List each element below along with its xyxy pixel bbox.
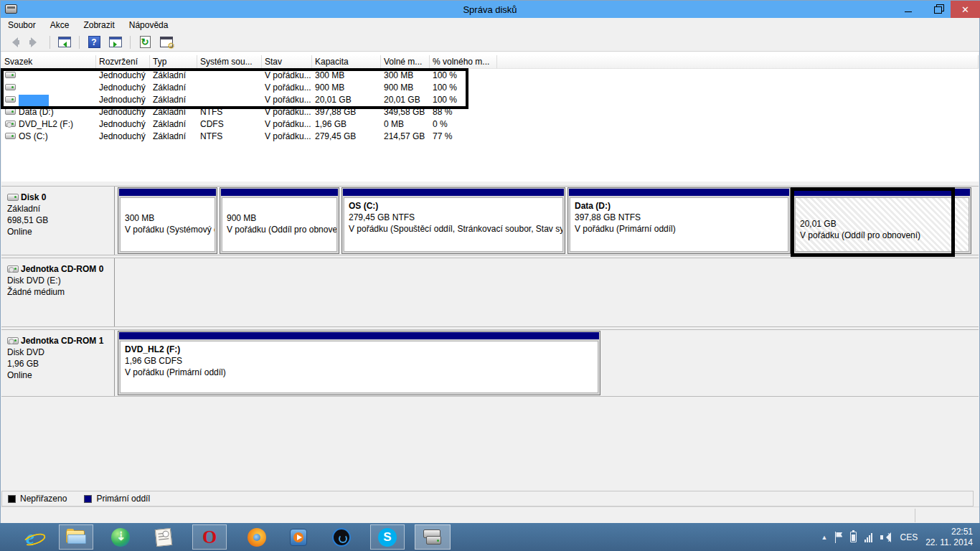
column-volne-misto[interactable]: Volné m... <box>381 55 430 69</box>
titlebar: Správa disků ✕ <box>1 1 979 18</box>
help-button[interactable]: ? <box>85 34 103 50</box>
notes-icon <box>155 527 172 546</box>
taskbar-opera[interactable]: O <box>192 524 227 550</box>
disk-properties-button[interactable] <box>158 34 175 50</box>
forward-button[interactable] <box>27 34 44 50</box>
taskbar-internet-explorer[interactable]: e <box>16 524 44 550</box>
partition-size: 279,45 GB NTFS <box>349 212 558 223</box>
disk-size: 1,96 GB <box>7 358 114 369</box>
menu-napoveda[interactable]: Nápověda <box>122 18 176 33</box>
opera-icon: O <box>202 528 217 547</box>
primary-partition-stripe <box>569 189 789 196</box>
partition-size: 1,96 GB CDFS <box>125 355 593 367</box>
cdrom-0-row: Jednotka CD-ROM 0 Disk DVD (E:) Žádné mé… <box>1 258 979 327</box>
taskbar-media-app[interactable] <box>327 524 356 550</box>
menu-soubor[interactable]: Soubor <box>1 18 43 33</box>
disk-0-info[interactable]: Disk 0 Základní 698,51 GB Online <box>1 187 115 255</box>
partition-size: 20,01 GB <box>800 218 964 230</box>
status-bar <box>1 507 979 523</box>
primary-partition-stripe <box>119 189 216 196</box>
partition-status: V pořádku (Spouštěcí oddíl, Stránkovací … <box>349 223 558 235</box>
volume-type: Základní <box>150 107 197 117</box>
volume-type: Základní <box>150 119 197 129</box>
menu-akce[interactable]: Akce <box>43 18 77 33</box>
taskbar-notes-app[interactable] <box>149 524 178 550</box>
disk-0-row: Disk 0 Základní 698,51 GB Online 300 MB … <box>1 186 979 255</box>
partition-status: V pořádku (Oddíl pro obnovení) <box>800 230 964 241</box>
network-signal-icon[interactable] <box>864 532 872 542</box>
volume-icon <box>5 133 16 139</box>
disk-type: Disk DVD (E:) <box>7 275 114 286</box>
column-svazek[interactable]: Svazek <box>1 55 96 69</box>
partition-recovery-20gb[interactable]: 20,01 GB V pořádku (Oddíl pro obnovení) <box>793 187 971 254</box>
volume-percent-free: 88 % <box>430 107 497 117</box>
taskbar-firefox[interactable] <box>242 524 271 550</box>
firefox-icon <box>248 528 266 547</box>
disk-title: Disk 0 <box>21 192 46 203</box>
table-row[interactable]: OS (C:) Jednoduchý Základní NTFS V pořád… <box>1 130 979 142</box>
volume-free: 0 MB <box>381 119 430 129</box>
legend-label-unallocated: Nepřiřazeno <box>20 494 67 504</box>
partition-data-d[interactable]: Data (D:) 397,88 GB NTFS V pořádku (Prim… <box>567 187 791 254</box>
volume-name: DVD_HL2 (F:) <box>19 119 73 129</box>
partition-recovery-900mb[interactable]: 900 MB V pořádku (Oddíl pro obnove <box>220 187 339 254</box>
back-arrow-icon <box>6 37 21 47</box>
volume-layout: Jednoduchý <box>96 95 150 105</box>
taskbar-skype[interactable]: S <box>370 524 405 550</box>
language-indicator[interactable]: CES <box>900 532 918 542</box>
battery-icon[interactable] <box>850 532 857 542</box>
column-typ[interactable]: Typ <box>150 55 197 69</box>
cdrom-icon <box>7 265 19 273</box>
primary-partition-stripe <box>119 332 599 339</box>
back-button[interactable] <box>5 34 22 50</box>
volume-layout: Jednoduchý <box>96 131 150 141</box>
volume-name: Data (D:) <box>19 107 54 117</box>
volume-layout: Jednoduchý <box>96 70 150 80</box>
column-rozvrzeni[interactable]: Rozvržení <box>96 55 150 69</box>
action-center-flag-icon[interactable] <box>835 532 842 543</box>
restore-button[interactable] <box>925 1 949 18</box>
menu-zobrazit[interactable]: Zobrazit <box>76 18 121 33</box>
partition-os-c[interactable]: OS (C:) 279,45 GB NTFS V pořádku (Spoušt… <box>341 187 565 254</box>
table-row[interactable]: DVD_HL2 (F:) Jednoduchý Základní CDFS V … <box>1 118 979 130</box>
refresh-button[interactable]: ↻ <box>136 34 154 50</box>
volume-free: 214,57 GB <box>381 131 430 141</box>
volume-free: 349,58 GB <box>381 107 430 117</box>
column-stav[interactable]: Stav <box>262 55 312 69</box>
taskbar-download-manager[interactable] <box>106 524 135 550</box>
skype-icon: S <box>378 528 397 547</box>
partition-size: 300 MB <box>125 212 210 224</box>
column-procento-volneho[interactable]: % volného m... <box>430 55 497 69</box>
status-bar-divider <box>915 509 915 522</box>
disk-title: Jednotka CD-ROM 1 <box>21 335 103 347</box>
internet-explorer-icon: e <box>26 528 34 547</box>
media-player-icon <box>290 529 307 546</box>
table-row[interactable]: Jednoduchý Základní V pořádku... 900 MB … <box>1 81 979 93</box>
partition-system[interactable]: 300 MB V pořádku (Systémový c <box>118 187 217 254</box>
file-explorer-icon <box>66 530 86 545</box>
column-kapacita[interactable]: Kapacita <box>312 55 381 69</box>
toolbar: ? ↻ <box>1 33 979 52</box>
disk-properties-icon <box>160 37 173 47</box>
show-hidden-icons-chevron[interactable]: ▲ <box>821 534 828 541</box>
cdrom-1-row: Jednotka CD-ROM 1 Disk DVD 1,96 GB Onlin… <box>1 329 979 397</box>
cdrom-0-info[interactable]: Jednotka CD-ROM 0 Disk DVD (E:) Žádné mé… <box>1 258 115 326</box>
taskbar-file-explorer[interactable] <box>59 524 93 550</box>
table-row[interactable]: Jednoduchý Základní V pořádku... 300 MB … <box>1 69 979 81</box>
table-row[interactable]: Jednoduchý Základní V pořádku... 20,01 G… <box>1 93 979 105</box>
console-tree-button[interactable] <box>56 34 73 50</box>
volume-icon[interactable]: ) <box>880 532 892 542</box>
column-system-souboru[interactable]: Systém sou... <box>197 55 262 69</box>
table-row[interactable]: Data (D:) Jednoduchý Základní NTFS V poř… <box>1 105 979 118</box>
volume-status: V pořádku... <box>262 119 312 129</box>
volume-name: OS (C:) <box>19 131 48 141</box>
taskbar-clock[interactable]: 22:51 22. 11. 2014 <box>925 527 973 548</box>
taskbar-media-player[interactable] <box>284 524 313 550</box>
close-button[interactable]: ✕ <box>951 1 980 18</box>
action-pane-button[interactable] <box>107 34 124 50</box>
taskbar-disk-management[interactable] <box>415 524 451 550</box>
cdrom-1-info[interactable]: Jednotka CD-ROM 1 Disk DVD 1,96 GB Onlin… <box>1 330 115 396</box>
volume-type: Základní <box>150 95 197 105</box>
minimize-button[interactable] <box>896 1 920 18</box>
partition-dvd-hl2[interactable]: DVD_HL2 (F:) 1,96 GB CDFS V pořádku (Pri… <box>118 331 600 395</box>
